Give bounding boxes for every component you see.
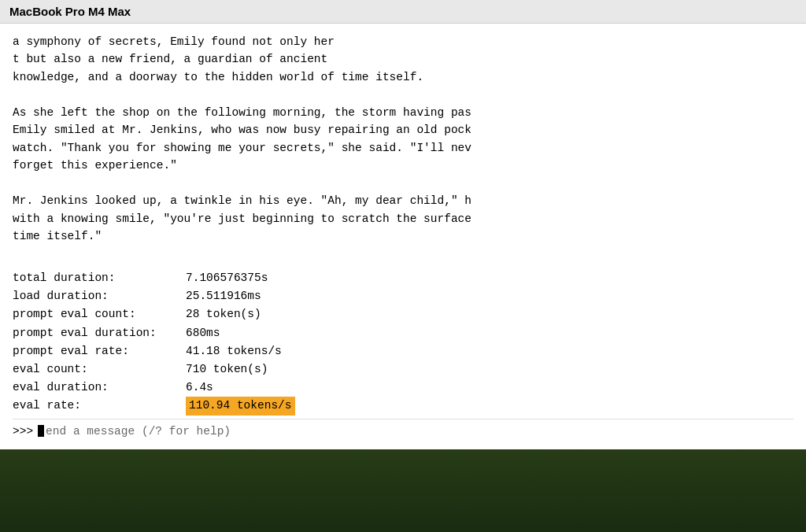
- stats-row: total duration:7.106576375s: [13, 269, 793, 287]
- stats-value: 110.94 tokens/s: [186, 397, 295, 415]
- stats-value: 7.106576375s: [186, 269, 268, 287]
- cursor: [38, 425, 44, 437]
- stats-label: eval duration:: [13, 379, 186, 397]
- prompt-symbol: >>>: [13, 423, 33, 440]
- stats-value: 41.18 tokens/s: [186, 342, 282, 360]
- stats-label: total duration:: [13, 269, 186, 287]
- window-title: MacBook Pro M4 Max: [9, 5, 131, 18]
- terminal-window: MacBook Pro M4 Max a symphony of secrets…: [0, 0, 806, 449]
- stats-row: eval duration:6.4s: [13, 379, 793, 397]
- stats-value: 6.4s: [186, 379, 213, 397]
- stats-row: prompt eval duration:680ms: [13, 324, 793, 342]
- stats-row: prompt eval rate:41.18 tokens/s: [13, 342, 793, 360]
- prompt-line[interactable]: >>> end a message (/? for help): [13, 419, 793, 440]
- stats-value: 25.511916ms: [186, 287, 261, 305]
- stats-label: prompt eval rate:: [13, 342, 186, 360]
- stats-label: load duration:: [13, 287, 186, 305]
- title-bar: MacBook Pro M4 Max: [0, 0, 806, 24]
- stats-table: total duration:7.106576375sload duration…: [13, 269, 793, 416]
- prompt-placeholder: end a message (/? for help): [46, 423, 231, 440]
- stats-value: 710 token(s): [186, 360, 268, 379]
- stats-row: eval count:710 token(s): [13, 360, 793, 379]
- paragraph-3: Mr. Jenkins looked up, a twinkle in his …: [13, 192, 793, 245]
- stats-label: prompt eval count:: [13, 305, 186, 323]
- stats-value: 680ms: [186, 324, 220, 342]
- stats-row: eval rate:110.94 tokens/s: [13, 397, 793, 415]
- terminal-content[interactable]: a symphony of secrets, Emily found not o…: [0, 24, 806, 449]
- paragraph-2: As she left the shop on the following mo…: [13, 104, 793, 175]
- stats-label: eval count:: [13, 360, 186, 379]
- stats-value: 28 token(s): [186, 305, 261, 323]
- stats-row: prompt eval count:28 token(s): [13, 305, 793, 323]
- stats-label: eval rate:: [13, 397, 186, 415]
- paragraph-1: a symphony of secrets, Emily found not o…: [13, 33, 793, 86]
- stats-label: prompt eval duration:: [13, 324, 186, 342]
- stats-row: load duration:25.511916ms: [13, 287, 793, 305]
